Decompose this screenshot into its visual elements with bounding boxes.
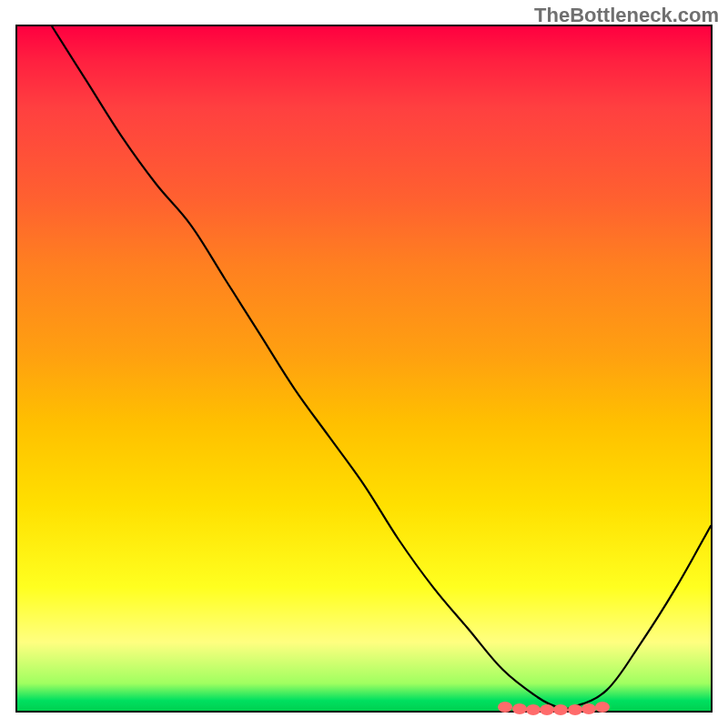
- plot-area: [15, 25, 713, 713]
- highlight-dot: [512, 703, 527, 714]
- highlight-dot: [526, 704, 541, 715]
- highlight-dot: [595, 702, 610, 713]
- highlight-dot: [581, 703, 596, 714]
- highlight-dot: [568, 704, 582, 715]
- watermark-text: TheBottleneck.com: [534, 4, 719, 27]
- highlight-dot: [498, 702, 512, 713]
- highlight-dot: [553, 704, 568, 715]
- highlight-dot: [540, 704, 554, 715]
- highlight-dots-layer: [17, 26, 711, 711]
